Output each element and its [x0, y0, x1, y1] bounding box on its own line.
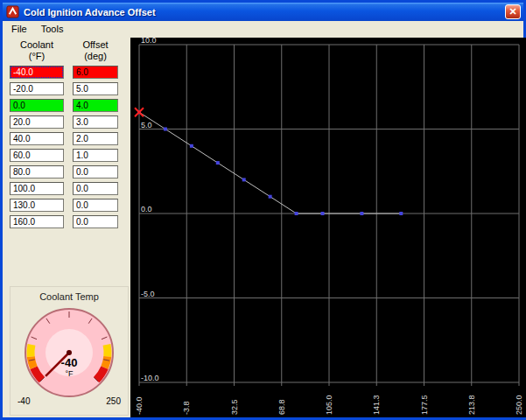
offset-cell[interactable]: 0.0 [73, 215, 118, 228]
y-tick-label: -10.0 [141, 374, 159, 382]
coolant-cell[interactable]: 20.0 [10, 116, 64, 129]
offset-cell[interactable]: 0.0 [73, 199, 118, 212]
offset-cell[interactable]: 5.0 [73, 82, 118, 95]
curve-table-panel: Coolant Offset (°F) (deg) -40.06.0-20.05… [8, 39, 130, 228]
gauge-warning-band [105, 357, 108, 368]
x-tick-label: 250.0 [515, 395, 523, 415]
offset-cell[interactable]: 4.0 [73, 99, 118, 112]
data-point[interactable] [295, 212, 298, 215]
x-tick-label: 141.3 [372, 395, 381, 415]
gauge-scale-labels: -40 250 [11, 396, 128, 406]
gauge-max-label: 250 [106, 396, 121, 406]
data-point[interactable] [399, 212, 403, 215]
y-tick-label: 5.0 [141, 121, 152, 130]
gauge-pivot [67, 350, 72, 355]
data-point[interactable] [360, 212, 363, 215]
gauge-warning-band [31, 345, 32, 357]
gauge-value: -40 [61, 356, 78, 369]
coolant-column-header: Coolant [10, 39, 64, 51]
x-tick-label: 213.8 [467, 395, 476, 415]
data-point[interactable] [216, 161, 220, 164]
y-tick-label: 10.0 [141, 38, 157, 45]
coolant-cell[interactable]: 80.0 [10, 165, 64, 178]
curve-table: -40.06.0-20.05.00.04.020.03.040.02.060.0… [10, 66, 130, 228]
offset-cell[interactable]: 0.0 [73, 165, 118, 178]
offset-cell[interactable]: 6.0 [73, 66, 118, 79]
menu-tools[interactable]: Tools [34, 22, 71, 36]
gauge-warning-band [31, 357, 33, 368]
coolant-cell[interactable]: 160.0 [10, 215, 64, 228]
coolant-temp-gauge: -40°F [18, 304, 120, 402]
offset-cell[interactable]: 0.0 [73, 182, 118, 195]
x-tick-label: 32.5 [230, 399, 239, 415]
x-tick-label: -3.8 [182, 401, 191, 415]
offset-cell[interactable]: 2.0 [73, 132, 118, 145]
x-tick-label: 68.8 [277, 399, 286, 415]
app-icon [6, 5, 19, 18]
title-bar[interactable]: Cold Ignition Advance Offset ✕ [3, 3, 523, 21]
coolant-cell[interactable]: 0.0 [10, 99, 64, 112]
coolant-cell[interactable]: 100.0 [10, 182, 64, 195]
x-tick-label: 177.5 [420, 395, 429, 415]
gauge-title: Coolant Temp [11, 291, 128, 302]
gauge-unit: °F [65, 369, 74, 378]
offset-cell[interactable]: 1.0 [73, 149, 118, 162]
data-point[interactable] [321, 212, 325, 215]
coolant-cell[interactable]: 60.0 [10, 149, 64, 162]
coolant-cell[interactable]: 40.0 [10, 132, 64, 145]
x-tick-label: 105.0 [325, 395, 333, 415]
window-title: Cold Ignition Advance Offset [24, 7, 505, 18]
offset-curve-chart[interactable]: -40.0-3.832.568.8105.0141.3177.5213.8250… [130, 38, 526, 417]
coolant-cell[interactable]: -20.0 [10, 82, 64, 95]
y-tick-label: -5.0 [141, 290, 155, 298]
gauge-min-label: -40 [18, 396, 30, 406]
offset-cell[interactable]: 3.0 [73, 116, 118, 129]
data-point[interactable] [269, 195, 272, 199]
data-point[interactable] [242, 178, 246, 181]
coolant-cell[interactable]: -40.0 [10, 66, 64, 79]
data-point[interactable] [164, 128, 167, 131]
coolant-cell[interactable]: 130.0 [10, 199, 64, 212]
table-headers: Coolant Offset (°F) (deg) [10, 39, 130, 62]
offset-column-header: Offset [73, 39, 118, 51]
y-tick-label: 0.0 [141, 205, 152, 214]
menu-bar: File Tools [3, 21, 523, 37]
chart-canvas[interactable]: -40.0-3.832.568.8105.0141.3177.5213.8250… [130, 38, 526, 417]
close-button[interactable]: ✕ [505, 4, 521, 19]
coolant-column-unit: (°F) [10, 51, 64, 62]
coolant-temp-gauge-panel: Coolant Temp -40°F -40 250 [10, 286, 129, 416]
menu-file[interactable]: File [4, 22, 34, 36]
app-window: Cold Ignition Advance Offset ✕ File Tool… [0, 0, 526, 420]
offset-column-unit: (deg) [73, 51, 118, 62]
gauge-warning-band [107, 345, 108, 357]
x-tick-label: -40.0 [135, 396, 144, 415]
data-point[interactable] [190, 144, 193, 148]
